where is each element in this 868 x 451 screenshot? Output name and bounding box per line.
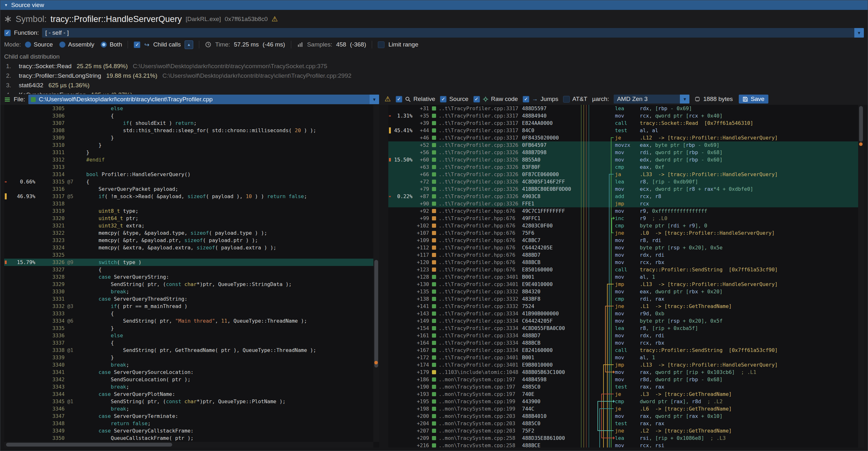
source-line[interactable]: 3341 case ServerQuerySourceLocation: [4, 368, 373, 376]
asm-row[interactable]: +46..t\TracyProfiler.cpp:33170F843502000… [388, 134, 858, 142]
source-line[interactable]: 3325 [4, 251, 373, 259]
asm-row[interactable]: +72..t\TracyProfiler.cpp:33264C8D05F146F… [388, 178, 858, 185]
source-line[interactable]: 3333 { [4, 310, 373, 317]
source-line[interactable]: 3347 case ServerQueryTerminate: [4, 413, 373, 420]
asm-row[interactable]: +207..mon\TracySystem.cpp:20375F2jne.L2 … [388, 427, 858, 434]
source-line[interactable]: 3334@6 SendString( ptr, "Main thread", 1… [4, 317, 373, 325]
asm-row[interactable]: +216..mon\TracySystem.cpp:258488BCEmovrc… [388, 442, 858, 448]
asm-row[interactable]: +135..t\TracyProfiler.cpp:33328B4320move… [388, 288, 858, 295]
source-line[interactable]: 3322 memcpy( &type, &payload.type, sizeo… [4, 229, 373, 237]
source-line[interactable]: 3335 } [4, 325, 373, 332]
child-call-entry[interactable]: 4.KeSynchronizeExecution125 µs (0.27%) [4, 90, 864, 94]
source-line[interactable]: 3342 SendSourceLocation( ptr ); [4, 376, 373, 383]
source-vertical-scrollbar[interactable] [373, 105, 379, 442]
source-line[interactable]: 3339 } [4, 354, 373, 361]
source-line[interactable]: 3331 case ServerQueryThreadString: [4, 295, 373, 303]
asm-row[interactable]: +167..t\TracyProfiler.cpp:3334E824160000… [388, 347, 858, 354]
selected-line-marker[interactable] [374, 361, 378, 364]
source-line[interactable]: 3348 return false; [4, 420, 373, 427]
asm-row[interactable]: +109..t\TracyProfiler.hpp:6764C8BC7movr8… [388, 237, 858, 244]
source-line[interactable]: 3346 break; [4, 405, 373, 413]
asm-row[interactable]: +102..t\TracyProfiler.hpp:67642803C0F00c… [388, 222, 858, 229]
asm-row[interactable]: +66..t\TracyProfiler.cpp:33260F87CE06000… [388, 171, 858, 178]
uarch-combo[interactable]: AMD Zen 3 ▼ [614, 95, 689, 103]
source-line[interactable]: 3310 } [4, 142, 373, 149]
source-line[interactable]: 3344 case ServerQueryPlotName: [4, 390, 373, 398]
source-line[interactable]: 3345@1 SendString( ptr, (const char*)ptr… [4, 398, 373, 405]
mode-radio-assembly[interactable]: Assembly [59, 41, 94, 48]
asm-row[interactable]: +161..t\TracyProfiler.cpp:3334488BD7movr… [388, 332, 858, 339]
source-line[interactable]: 3316 ServerQueryPacket payload; [4, 185, 373, 193]
child-call-entry[interactable]: 2.tracy::Profiler::SendLongString19.88 m… [4, 71, 864, 81]
asm-row[interactable]: +31..t\TracyProfiler.cpp:3317488D5597lea… [388, 105, 858, 112]
function-combo[interactable]: [ - self - ] ▼ [42, 28, 864, 38]
jumps-checkbox[interactable]: ✓ [523, 96, 529, 102]
source-line[interactable]: 3324 memcpy( &extra, &payload.extra, siz… [4, 244, 373, 251]
source-line[interactable]: 3312#endif [4, 156, 373, 163]
scrollbar-thumb[interactable] [6, 443, 172, 447]
source-horizontal-scrollbar[interactable] [4, 442, 373, 448]
asm-row[interactable]: +99..t\TracyProfiler.hpp:67649FFC1incr9 … [388, 215, 858, 222]
collapse-icon[interactable]: ▼ [4, 3, 8, 7]
source-line[interactable]: 3321 uint32_t extra; [4, 222, 373, 229]
source-line[interactable]: 3327 { [4, 266, 373, 273]
function-checkbox[interactable]: ✓ [4, 30, 11, 36]
source-line[interactable]: 3338@1 SendString( ptr, GetThreadName( p… [4, 347, 373, 354]
source-checkbox[interactable]: ✓ [440, 96, 446, 102]
titlebar[interactable]: ▼ Source view [0, 0, 868, 10]
asm-row[interactable]: +123..t\TracyProfiler.hpp:676E850160000c… [388, 266, 858, 273]
source-line[interactable]: 15.79%3326@9 switch( type ) [4, 259, 373, 266]
source-line[interactable]: 3349 case ServerQueryCallstackFrame: [4, 427, 373, 434]
selected-asm-marker[interactable] [859, 142, 863, 146]
asm-row[interactable]: +107..t\TracyProfiler.hpp:67675F6jne.L0 … [388, 229, 858, 237]
chevron-down-icon[interactable]: ▼ [370, 95, 379, 104]
source-line[interactable]: 3318 [4, 200, 373, 207]
source-line[interactable]: 3330 break; [4, 288, 373, 295]
limit-range-checkbox[interactable]: ✓ [378, 41, 384, 48]
relative-checkbox[interactable]: ✓ [396, 96, 402, 102]
asm-row[interactable]: +56..t\TracyProfiler.cpp:3326488B7D98mov… [388, 149, 858, 156]
asm-row[interactable]: +200..mon\TracySystem.cpp:203488B4010mov… [388, 413, 858, 420]
asm-row[interactable]: +92..t\TracyProfiler.hpp:67649C7C1FFFFFF… [388, 207, 858, 215]
raw-code-toggle[interactable]: ✓ Raw code [473, 95, 518, 102]
source-line[interactable]: 3311} [4, 149, 373, 156]
asm-row[interactable]: +179..1103\include\atomic:1048488B05B63C… [388, 368, 858, 376]
source-line[interactable]: 3308 std::this_thread::sleep_for( std::c… [4, 127, 373, 134]
asm-row[interactable]: +149..t\TracyProfiler.cpp:3334C64424205F… [388, 317, 858, 325]
source-line[interactable]: 3307 if( shouldExit ) return; [4, 119, 373, 127]
asm-row[interactable]: +90..t\TracyProfiler.cpp:3326FFE1jmprcx [388, 200, 858, 207]
asm-row[interactable]: +79..t\TracyProfiler.cpp:3326418B8C80E0B… [388, 185, 858, 193]
asm-row[interactable]: +174..t\TracyProfiler.cpp:3401E9B8010000… [388, 361, 858, 368]
asm-row[interactable]: +190..mon\TracySystem.cpp:1974885C0testr… [388, 383, 858, 390]
source-line[interactable]: 3337 { [4, 339, 373, 347]
asm-row[interactable]: +143..t\TracyProfiler.cpp:333441B90B0000… [388, 310, 858, 317]
jumps-toggle[interactable]: ✓ → Jumps [523, 95, 558, 102]
source-line[interactable]: 0.66%3315@7{ [4, 178, 373, 185]
relative-toggle[interactable]: ✓ Relative [396, 95, 435, 102]
scrollbar-thumb[interactable] [859, 106, 863, 142]
asm-row[interactable]: +198..mon\TracySystem.cpp:199744Cje.L6 -… [388, 405, 858, 413]
file-combo[interactable]: C:\Users\wolf\Desktop\darkrl\contrib\tra… [28, 95, 379, 104]
source-toggle[interactable]: ✓ Source [440, 95, 468, 102]
scrollbar-thumb[interactable] [374, 260, 378, 368]
att-toggle[interactable]: ✓ AT&T [563, 95, 587, 102]
asm-row[interactable]: 45.41%+44..t\TracyProfiler.cpp:331784C0t… [388, 127, 858, 134]
source-line[interactable]: 3320 uint64_t ptr; [4, 215, 373, 222]
source-line[interactable]: 3328 case ServerQueryString: [4, 273, 373, 280]
mode-radio-both[interactable]: Both [101, 41, 122, 48]
source-line[interactable]: 3343 break; [4, 383, 373, 390]
source-line[interactable]: 3305 else [4, 105, 373, 112]
asm-row[interactable]: 1.31%+35..t\TracyProfiler.cpp:3317488B49… [388, 112, 858, 119]
child-call-entry[interactable]: 3.stat64i32625 µs (1.36%) [4, 81, 864, 90]
source-line[interactable]: 3309 } [4, 134, 373, 142]
chevron-down-icon[interactable]: ▼ [854, 28, 864, 38]
asm-row[interactable]: +195..mon\TracySystem.cpp:199443900cmpdw… [388, 398, 858, 405]
asm-row[interactable]: +112..t\TracyProfiler.hpp:676C64424205Em… [388, 244, 858, 251]
source-line[interactable]: 3306 { [4, 112, 373, 119]
save-button[interactable]: Save [739, 95, 768, 103]
source-line[interactable]: 3314bool Profiler::HandleServerQuery() [4, 171, 373, 178]
child-calls-checkbox[interactable]: ✓ [134, 41, 141, 48]
source-line[interactable]: 46.93%3317@5 if( !m_sock->Read( &payload… [4, 193, 373, 200]
asm-row[interactable]: +130..t\TracyProfiler.cpp:3401E9E4010000… [388, 280, 858, 288]
source-line[interactable]: 3350 QueueCallstackFrame( ptr ); [4, 434, 373, 442]
